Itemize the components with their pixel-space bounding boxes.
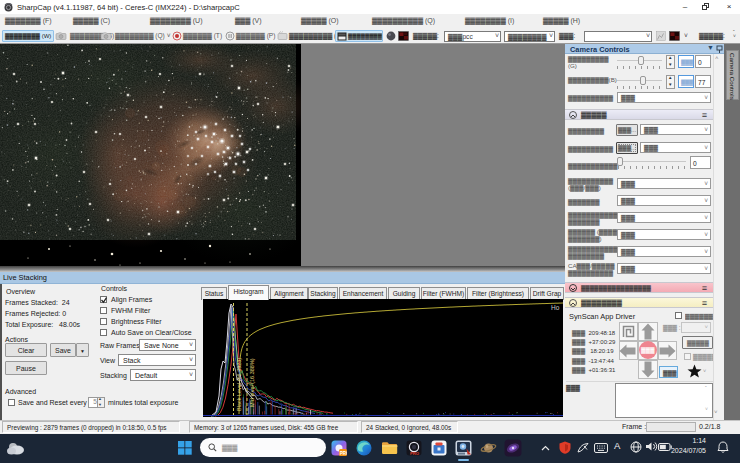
svg-text:Mid level (16.388%): Mid level (16.388%): [249, 358, 255, 407]
svg-text:Ho: Ho: [551, 304, 560, 311]
svg-text:PRO: PRO: [340, 451, 347, 456]
svg-text:Black Level (06.2923): Black Level (06.2923): [236, 358, 242, 411]
svg-text:PRO: PRO: [410, 451, 420, 456]
